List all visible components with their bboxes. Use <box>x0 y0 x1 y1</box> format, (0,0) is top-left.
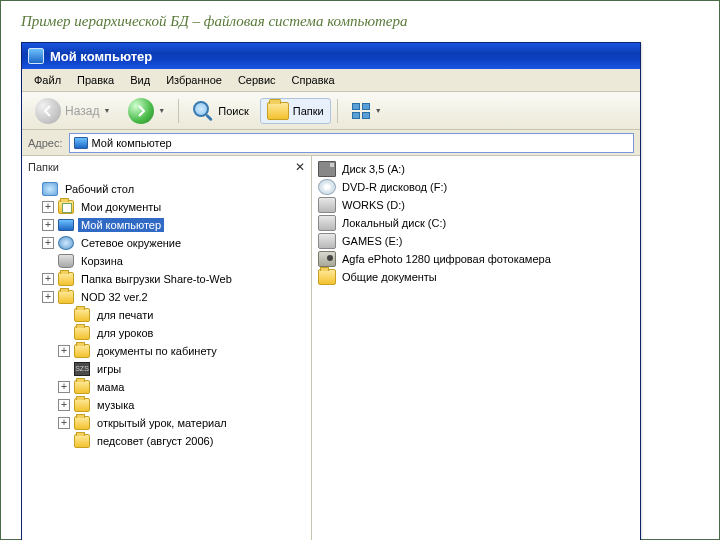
expand-plus-icon[interactable]: + <box>42 273 54 285</box>
search-button[interactable]: Поиск <box>185 96 255 126</box>
folders-label: Папки <box>293 105 324 117</box>
tree-item[interactable]: для уроков <box>26 324 311 342</box>
toolbar-separator <box>178 99 179 123</box>
expand-plus-icon[interactable]: + <box>58 381 70 393</box>
menu-item[interactable]: Вид <box>122 71 158 89</box>
views-button[interactable]: ▼ <box>344 98 389 124</box>
explorer-window: Мой компьютер ФайлПравкаВидИзбранноеСерв… <box>21 42 641 540</box>
forward-button[interactable]: ▼ <box>121 94 172 128</box>
tree-item-label: музыка <box>94 398 137 412</box>
list-item[interactable]: Локальный диск (C:) <box>316 214 636 232</box>
list-item[interactable]: Общие документы <box>316 268 636 286</box>
menu-bar: ФайлПравкаВидИзбранноеСервисСправка <box>22 69 640 92</box>
folder-icon <box>58 290 74 304</box>
tree-item[interactable]: для печати <box>26 306 311 324</box>
list-item[interactable]: Agfa ePhoto 1280 цифровая фотокамера <box>316 250 636 268</box>
tree-item-label: мама <box>94 380 127 394</box>
tree-item[interactable]: +Мой компьютер <box>26 216 311 234</box>
tree-item[interactable]: +Сетевое окружение <box>26 234 311 252</box>
folders-button[interactable]: Папки <box>260 98 331 124</box>
folder-icon <box>74 326 90 340</box>
address-label: Адрес: <box>28 137 63 149</box>
tree-item-label: Мой компьютер <box>78 218 164 232</box>
menu-item[interactable]: Избранное <box>158 71 230 89</box>
search-icon <box>192 100 214 122</box>
tree-item-label: документы по кабинету <box>94 344 220 358</box>
menu-item[interactable]: Правка <box>69 71 122 89</box>
menu-item[interactable]: Файл <box>26 71 69 89</box>
folder-icon <box>74 308 90 322</box>
tree-item-label: открытый урок, материал <box>94 416 230 430</box>
dvd-drive-icon <box>318 179 336 195</box>
list-item-label: Диск 3,5 (A:) <box>342 163 405 175</box>
content-area: Папки ✕ Рабочий стол+Мои документы+Мой к… <box>22 156 640 540</box>
search-label: Поиск <box>218 105 248 117</box>
folder-icon <box>74 416 90 430</box>
back-button[interactable]: Назад ▼ <box>28 94 117 128</box>
list-item[interactable]: DVD-R дисковод (F:) <box>316 178 636 196</box>
menu-item[interactable]: Справка <box>284 71 343 89</box>
desktop-icon <box>42 182 58 196</box>
tree-item[interactable]: +Папка выгрузки Share-to-Web <box>26 270 311 288</box>
camera-icon <box>318 251 336 267</box>
folder-tree: Рабочий стол+Мои документы+Мой компьютер… <box>22 178 311 454</box>
tree-item-label: для печати <box>94 308 156 322</box>
tree-item[interactable]: SZSигры <box>26 360 311 378</box>
tree-item-label: Папка выгрузки Share-to-Web <box>78 272 235 286</box>
folder-icon <box>74 434 90 448</box>
list-item[interactable]: Диск 3,5 (A:) <box>316 160 636 178</box>
expand-plus-icon[interactable]: + <box>42 201 54 213</box>
expand-plus-icon[interactable]: + <box>42 219 54 231</box>
list-item-label: Общие документы <box>342 271 437 283</box>
tree-item[interactable]: +мама <box>26 378 311 396</box>
folder-icon <box>267 102 289 120</box>
expand-plus-icon[interactable]: + <box>42 291 54 303</box>
tree-item[interactable]: +музыка <box>26 396 311 414</box>
network-icon <box>58 236 74 250</box>
folder-icon <box>74 380 90 394</box>
toolbar-separator <box>337 99 338 123</box>
forward-arrow-icon <box>128 98 154 124</box>
tree-item-label: NOD 32 ver.2 <box>78 290 151 304</box>
tree-item[interactable]: педсовет (август 2006) <box>26 432 311 450</box>
window-titlebar: Мой компьютер <box>22 43 640 69</box>
menu-item[interactable]: Сервис <box>230 71 284 89</box>
tree-item[interactable]: +Мои документы <box>26 198 311 216</box>
back-label: Назад <box>65 104 99 118</box>
list-item[interactable]: GAMES (E:) <box>316 232 636 250</box>
expand-plus-icon[interactable]: + <box>58 399 70 411</box>
tree-item-label: Сетевое окружение <box>78 236 184 250</box>
tree-spacer <box>58 363 70 375</box>
tree-item-label: Рабочий стол <box>62 182 137 196</box>
tree-item[interactable]: +NOD 32 ver.2 <box>26 288 311 306</box>
expand-plus-icon[interactable]: + <box>58 345 70 357</box>
tree-spacer <box>58 435 70 447</box>
tree-spacer <box>58 309 70 321</box>
expand-plus-icon[interactable]: + <box>42 237 54 249</box>
tree-spacer <box>42 255 54 267</box>
folder-icon <box>318 269 336 285</box>
recycle-bin-icon <box>58 254 74 268</box>
tree-spacer <box>58 327 70 339</box>
tree-item[interactable]: +документы по кабинету <box>26 342 311 360</box>
tree-item-label: игры <box>94 362 124 376</box>
expand-plus-icon[interactable]: + <box>58 417 70 429</box>
views-icon <box>351 102 371 120</box>
tree-item[interactable]: Корзина <box>26 252 311 270</box>
list-pane: Диск 3,5 (A:)DVD-R дисковод (F:)WORKS (D… <box>312 156 640 540</box>
list-item-label: GAMES (E:) <box>342 235 403 247</box>
folders-pane: Папки ✕ Рабочий стол+Мои документы+Мой к… <box>22 156 312 540</box>
list-item-label: DVD-R дисковод (F:) <box>342 181 447 193</box>
folder-icon <box>74 344 90 358</box>
address-input[interactable]: Мой компьютер <box>69 133 634 153</box>
my-computer-icon <box>74 137 88 149</box>
list-item[interactable]: WORKS (D:) <box>316 196 636 214</box>
tree-item[interactable]: +открытый урок, материал <box>26 414 311 432</box>
toolbar: Назад ▼ ▼ Поиск Папки ▼ <box>22 92 640 130</box>
window-title: Мой компьютер <box>50 49 152 64</box>
app-icon: SZS <box>74 362 90 376</box>
address-bar: Адрес: Мой компьютер <box>22 130 640 156</box>
tree-item[interactable]: Рабочий стол <box>26 180 311 198</box>
close-icon[interactable]: ✕ <box>295 160 305 174</box>
list-item-label: Agfa ePhoto 1280 цифровая фотокамера <box>342 253 551 265</box>
